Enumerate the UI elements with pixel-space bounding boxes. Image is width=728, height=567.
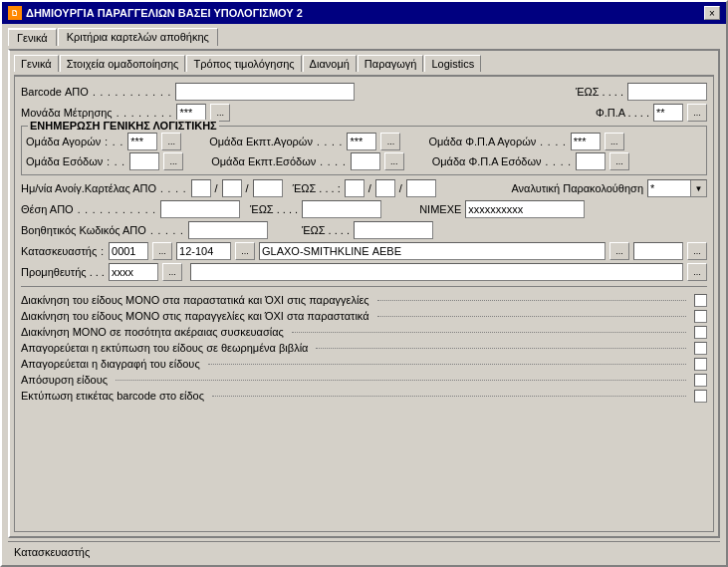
omada-esodon-label: Ομάδα Εσόδων bbox=[26, 155, 103, 167]
omada-fpa-agoron-input[interactable] bbox=[571, 133, 601, 150]
checkbox-5[interactable] bbox=[694, 374, 707, 387]
promitheftes-btn[interactable]: ... bbox=[162, 263, 182, 281]
voithitikos-eos-label: ΈΩΣ . . . . bbox=[302, 224, 350, 236]
omada-agoron-row: Ομάδα Αγορών : . . ... Ομάδα Εκπτ.Αγορών… bbox=[26, 133, 702, 150]
checkbox-3[interactable] bbox=[694, 342, 707, 355]
promitheftes-name-input[interactable] bbox=[190, 263, 683, 281]
kataskevastes-extra-btn[interactable]: ... bbox=[687, 242, 707, 260]
inner-tab-distribution[interactable]: Διανομή bbox=[303, 55, 357, 72]
analytiki-combo[interactable]: * ▼ bbox=[647, 179, 707, 197]
kataskevastes-extra-input[interactable] bbox=[633, 242, 683, 260]
kataskevastes-code2-btn[interactable]: ... bbox=[235, 242, 255, 260]
omada-agoron-btn[interactable]: ... bbox=[161, 133, 181, 150]
hm-eos-m[interactable] bbox=[375, 179, 395, 197]
window-title: ΔΗΜΙΟΥΡΓΙΑ ΠΑΡΑΓΓΕΛΙΩΝ ΒΑΣΕΙ ΥΠΟΛΟΓΙΣΜΟΥ… bbox=[26, 7, 303, 19]
hm-eos-label: ΈΩΣ . . . : bbox=[293, 182, 341, 194]
voithitikos-row: Βοηθητικός Κωδικός ΑΠΟ . . . . . ΈΩΣ . .… bbox=[21, 221, 707, 239]
promitheftes-name-btn[interactable]: ... bbox=[687, 263, 707, 281]
monada-dots: . . . . . . . . bbox=[117, 108, 173, 119]
fpa-btn[interactable]: ... bbox=[687, 104, 707, 122]
logistics-group: ΕΝΗΜΕΡΩΣΗ ΓΕΝΙΚΗΣ ΛΟΓΙΣΤΙΚΗΣ Ομάδα Αγορώ… bbox=[21, 126, 707, 175]
omada-agoron-input[interactable] bbox=[127, 133, 157, 150]
omada-fpa-esodon-label: Ομάδα Φ.Π.Α Εσόδων bbox=[432, 155, 542, 167]
voithitikos-input[interactable] bbox=[188, 221, 268, 239]
checkbox-dots-0 bbox=[377, 300, 686, 301]
checkbox-dots-6 bbox=[212, 396, 686, 397]
checkbox-label-4: Απαγορεύεται η διαγραφή του είδους bbox=[21, 358, 200, 370]
kataskevastes-label: Κατασκευαστής bbox=[21, 245, 97, 257]
kataskevastes-name-input[interactable] bbox=[259, 242, 606, 260]
omada-ekpt-agoron-input[interactable] bbox=[347, 133, 376, 150]
kataskevastes-name-btn[interactable]: ... bbox=[609, 242, 629, 260]
checkbox-0[interactable] bbox=[694, 294, 707, 307]
thesi-eos-input[interactable] bbox=[302, 200, 381, 218]
analytiki-arrow[interactable]: ▼ bbox=[690, 180, 706, 196]
window-body: Γενικά Κριτήρια καρτελών αποθήκης Γενικά… bbox=[2, 24, 726, 565]
checkbox-row-3: Απαγορεύεται η εκτύπωση του είδους σε θε… bbox=[21, 340, 707, 356]
checkbox-4[interactable] bbox=[694, 358, 707, 371]
outer-tab-general[interactable]: Γενικά bbox=[8, 28, 57, 46]
separator bbox=[21, 286, 707, 287]
omada-ekpt-agoron-label: Ομάδα Εκπτ.Αγορών bbox=[209, 136, 313, 147]
checkbox-label-6: Εκτύπωση ετικέτας barcode στο είδος bbox=[21, 390, 204, 402]
checkbox-label-3: Απαγορεύεται η εκτύπωση του είδους σε θε… bbox=[21, 342, 308, 354]
checkbox-row-0: Διακίνηση του είδους ΜΟΝΟ στα παραστατικ… bbox=[21, 292, 707, 308]
checkbox-dots-2 bbox=[292, 332, 686, 333]
omada-fpa-agoron-btn[interactable]: ... bbox=[605, 133, 624, 150]
kataskevastes-code2-input[interactable] bbox=[176, 242, 231, 260]
checkbox-label-5: Απόσυρση είδους bbox=[21, 374, 108, 386]
hm-apo-d[interactable] bbox=[191, 179, 211, 197]
inner-tab-logistics[interactable]: Logistics bbox=[424, 55, 481, 72]
title-bar-left: 🗋 ΔΗΜΙΟΥΡΓΙΑ ΠΑΡΑΓΓΕΛΙΩΝ ΒΑΣΕΙ ΥΠΟΛΟΓΙΣΜ… bbox=[8, 6, 303, 20]
omada-fpa-esodon-btn[interactable]: ... bbox=[609, 152, 629, 170]
close-button[interactable]: × bbox=[704, 6, 720, 20]
outer-tab-criteria[interactable]: Κριτήρια καρτελών αποθήκης bbox=[58, 28, 218, 46]
omada-ekpt-agoron-btn[interactable]: ... bbox=[380, 133, 400, 150]
window-icon: 🗋 bbox=[8, 6, 22, 20]
analytiki-label: Αναλυτική Παρακολούθηση bbox=[511, 182, 643, 194]
checkbox-label-0: Διακίνηση του είδους ΜΟΝΟ στα παραστατικ… bbox=[21, 294, 369, 306]
hm-apo-y[interactable] bbox=[253, 179, 283, 197]
thesi-eos-label: ΈΩΣ . . . . bbox=[250, 203, 298, 215]
fpa-input[interactable] bbox=[653, 104, 683, 122]
fpa-label: Φ.Π.Α . . . . bbox=[596, 107, 649, 119]
promitheftes-input[interactable] bbox=[109, 263, 158, 281]
kataskevastes-code-btn[interactable]: ... bbox=[152, 242, 172, 260]
checkbox-dots-4 bbox=[208, 364, 686, 365]
checkbox-row-1: Διακίνηση του είδους ΜΟΝΟ στις παραγγελί… bbox=[21, 308, 707, 324]
inner-tab-production[interactable]: Παραγωγή bbox=[358, 55, 424, 72]
barcode-apo-input[interactable] bbox=[175, 83, 355, 101]
omada-ekpt-esodon-input[interactable] bbox=[351, 152, 380, 170]
omada-fpa-agoron-label: Ομάδα Φ.Π.Α Αγορών bbox=[428, 136, 536, 147]
analytiki-value: * bbox=[648, 182, 690, 194]
checkbox-row-2: Διακίνηση ΜΟΝΟ σε ποσότητα ακέραιας συσκ… bbox=[21, 324, 707, 340]
checkbox-6[interactable] bbox=[694, 390, 707, 403]
checkbox-2[interactable] bbox=[694, 326, 707, 339]
barcode-row: Barcode ΑΠΟ . . . . . . . . . . . ΈΩΣ . … bbox=[21, 83, 707, 101]
voithitikos-eos-input[interactable] bbox=[354, 221, 433, 239]
nimexe-input[interactable] bbox=[465, 200, 585, 218]
checkbox-row-6: Εκτύπωση ετικέτας barcode στο είδος bbox=[21, 388, 707, 404]
omada-esodon-input[interactable] bbox=[129, 152, 159, 170]
inner-tab-pricing[interactable]: Τρόπος τιμολόγησης bbox=[186, 55, 301, 72]
checkbox-label-1: Διακίνηση του είδους ΜΟΝΟ στις παραγγελί… bbox=[21, 310, 369, 322]
hm-apo-m[interactable] bbox=[222, 179, 242, 197]
barcode-apo-label: Barcode ΑΠΟ bbox=[21, 86, 89, 98]
checkbox-row-5: Απόσυρση είδους bbox=[21, 372, 707, 388]
barcode-eos-input[interactable] bbox=[627, 83, 707, 101]
omada-esodon-btn[interactable]: ... bbox=[163, 152, 183, 170]
checkbox-dots-5 bbox=[116, 380, 686, 381]
kataskevastes-code-input[interactable] bbox=[109, 242, 148, 260]
inner-tab-general[interactable]: Γενικά bbox=[14, 55, 59, 72]
hm-eos-d[interactable] bbox=[345, 179, 364, 197]
thesi-apo-input[interactable] bbox=[160, 200, 240, 218]
omada-ekpt-esodon-btn[interactable]: ... bbox=[384, 152, 404, 170]
inner-panel: Barcode ΑΠΟ . . . . . . . . . . . ΈΩΣ . … bbox=[14, 75, 714, 532]
omada-fpa-esodon-input[interactable] bbox=[576, 152, 606, 170]
inner-tab-grouping[interactable]: Στοιχεία ομαδοποίησης bbox=[60, 55, 186, 72]
hm-eos-y[interactable] bbox=[406, 179, 436, 197]
checkbox-1[interactable] bbox=[694, 310, 707, 323]
nimexe-label: NIMEXE bbox=[419, 203, 461, 215]
barcode-eos-label: ΈΩΣ . . . . bbox=[576, 86, 623, 98]
omada-agoron-label: Ομάδα Αγορών bbox=[26, 136, 101, 147]
